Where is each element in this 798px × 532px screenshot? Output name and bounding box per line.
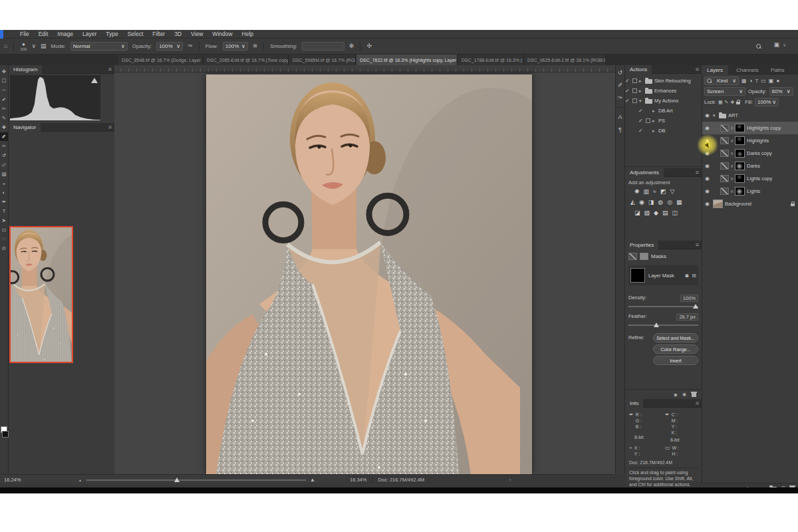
shape-tool[interactable]: ▭	[0, 225, 8, 234]
photo-filter-icon[interactable]: ◍	[658, 199, 663, 205]
tab-adjustments[interactable]: Adjustments	[625, 168, 664, 177]
zoom-out-icon[interactable]: ▲	[78, 478, 82, 482]
dialog-toggle[interactable]	[646, 118, 650, 123]
chevron-right-icon[interactable]: ▸	[652, 108, 656, 114]
menu-layer[interactable]: Layer	[82, 31, 96, 37]
brush-tool[interactable]: ✐	[0, 132, 8, 141]
eyedropper-tool[interactable]: ✎	[0, 114, 8, 122]
gradient-map-icon[interactable]: ▤	[662, 209, 668, 216]
smoothing-input[interactable]	[302, 42, 344, 51]
check-icon[interactable]: ✓	[638, 128, 644, 134]
eye-icon[interactable]: ◉	[705, 125, 711, 131]
pressure-opacity-icon[interactable]: ✑	[188, 43, 193, 49]
tab-histogram[interactable]: Histogram	[9, 65, 42, 74]
chevron-right-icon[interactable]: ▸	[639, 88, 643, 94]
filter-pixel-icon[interactable]: ▦	[741, 78, 747, 84]
gear-icon[interactable]: ✻	[349, 43, 354, 49]
action-set-row[interactable]: ✓ ▸ Skin Retouching	[625, 76, 702, 86]
feather-slider-thumb[interactable]	[654, 323, 659, 327]
color-lookup-icon[interactable]: ▦	[676, 199, 682, 205]
quick-selection-tool[interactable]: ✔	[0, 95, 8, 104]
tab-channels[interactable]: Channels	[731, 65, 764, 74]
vector-mask-icon[interactable]: ⊞	[692, 273, 696, 279]
layer-group-row[interactable]: ◉ ▾ ART	[702, 109, 798, 122]
hand-tool[interactable]: ☞	[0, 235, 8, 243]
layer-filter-select[interactable]: Kind ∨	[704, 76, 739, 85]
paragraph-panel-icon[interactable]: ¶	[618, 126, 622, 133]
move-tool[interactable]: ✥	[0, 67, 8, 76]
eraser-tool[interactable]: ▱	[0, 160, 8, 169]
document-tab[interactable]: DSC_9625-Edit-2.tif @ 38.1% (RGB/16... ×	[524, 55, 606, 65]
posterize-icon[interactable]: ▨	[644, 209, 650, 216]
tab-layers[interactable]: Layers	[702, 65, 728, 74]
tab-info[interactable]: Info	[625, 399, 643, 408]
layer-mask-thumbnail[interactable]	[735, 136, 745, 145]
eye-icon[interactable]: ◉	[705, 112, 711, 118]
tab-navigator[interactable]: Navigator	[9, 123, 41, 132]
chevron-down-icon[interactable]: ∨	[783, 43, 786, 48]
document-tab-active[interactable]: DSC_7822.tif @ 16.3% (Highlights copy, L…	[356, 55, 458, 65]
opacity-select[interactable]: 100% ∨	[156, 42, 183, 51]
action-set-row[interactable]: ✓ ▾ My Actions	[625, 96, 702, 106]
apply-mask-icon[interactable]: ◙	[674, 392, 677, 397]
levels-icon[interactable]: ▥	[644, 188, 650, 195]
zoom-tool[interactable]: ⊙	[0, 244, 8, 253]
layer-opacity-select[interactable]: 60% ∨	[769, 87, 793, 96]
filter-shape-icon[interactable]: ▭	[761, 78, 766, 84]
blend-mode-select[interactable]: Normal ∨	[70, 42, 128, 51]
tab-paths[interactable]: Paths	[765, 65, 789, 74]
dialog-toggle[interactable]	[632, 78, 637, 83]
check-icon[interactable]: ✓	[638, 108, 644, 114]
feather-slider[interactable]	[628, 325, 698, 326]
navigator-zoom-value[interactable]: 16.24%	[4, 477, 21, 483]
layer-mask-thumbnail[interactable]	[630, 268, 645, 283]
channel-mixer-icon[interactable]: ◎	[667, 199, 672, 205]
clone-stamp-tool[interactable]: ✑	[0, 142, 8, 150]
layer-mask-thumbnail[interactable]	[735, 149, 745, 158]
chevron-right-icon[interactable]: ▸	[652, 118, 656, 124]
eye-icon[interactable]: ◉	[705, 163, 711, 169]
curves-icon[interactable]: ≈	[653, 188, 656, 195]
background-color-swatch[interactable]	[2, 431, 9, 438]
layer-thumbnail[interactable]	[713, 200, 723, 208]
tab-properties[interactable]: Properties	[625, 241, 658, 249]
eye-icon[interactable]: ◉	[705, 176, 711, 182]
pen-tool[interactable]: ✒	[0, 198, 8, 206]
zoom-slider-thumb[interactable]	[174, 477, 180, 482]
flow-select[interactable]: 100% ∨	[223, 42, 248, 51]
menu-edit[interactable]: Edit	[39, 31, 49, 37]
document-image[interactable]	[206, 74, 532, 474]
check-icon[interactable]: ✓	[625, 88, 630, 94]
lock-position-icon[interactable]: ✥	[730, 100, 734, 104]
color-range-button[interactable]: Color Range...	[653, 344, 698, 354]
layer-row-highlights-copy[interactable]: ◉ 8 Highlights copy	[702, 122, 798, 134]
menu-window[interactable]: Window	[212, 31, 232, 37]
menu-type[interactable]: Type	[106, 31, 118, 37]
chevron-right-icon[interactable]: ▸	[652, 128, 656, 134]
lock-transparency-icon[interactable]: ▦	[718, 100, 723, 104]
lasso-tool[interactable]: ∽	[0, 86, 8, 94]
eye-icon[interactable]: ◉	[705, 201, 711, 207]
document-tab[interactable]: DSC_2085-Edit.tif @ 16.7% (Tone copy, RG…	[203, 55, 289, 65]
select-and-mask-button[interactable]: Select and Mask...	[653, 333, 698, 342]
tab-actions[interactable]: Actions	[625, 65, 652, 74]
chevron-down-icon[interactable]: ▾	[639, 98, 643, 104]
zoom-in-icon[interactable]: ▲	[310, 477, 315, 483]
density-value[interactable]: 100%	[680, 295, 698, 302]
workspace-switcher-icon[interactable]: ▣	[773, 42, 779, 48]
document-tab[interactable]: DSC_8548.tif @ 16.7% (Dodge, Layer Mask.…	[118, 55, 203, 65]
threshold-icon[interactable]: ◆	[654, 209, 658, 216]
brightness-contrast-icon[interactable]: ✺	[634, 188, 640, 195]
healing-brush-tool[interactable]: ✚	[0, 123, 8, 132]
layer-mask-thumbnail[interactable]	[735, 162, 745, 170]
panel-menu-icon[interactable]: ≡	[108, 66, 112, 72]
panel-menu-icon[interactable]: ≡	[108, 124, 112, 130]
menu-file[interactable]: File	[20, 31, 29, 37]
filter-smart-object-icon[interactable]: ▣	[769, 78, 774, 84]
brush-settings-panel-icon[interactable]: ✐	[618, 82, 623, 88]
black-white-icon[interactable]: ◨	[648, 199, 654, 205]
invert-button[interactable]: Invert	[653, 356, 698, 365]
filter-toggle-icon[interactable]: ●	[776, 78, 779, 84]
exposure-icon[interactable]: ◩	[660, 188, 666, 195]
gradient-tool[interactable]: ▨	[0, 170, 8, 178]
